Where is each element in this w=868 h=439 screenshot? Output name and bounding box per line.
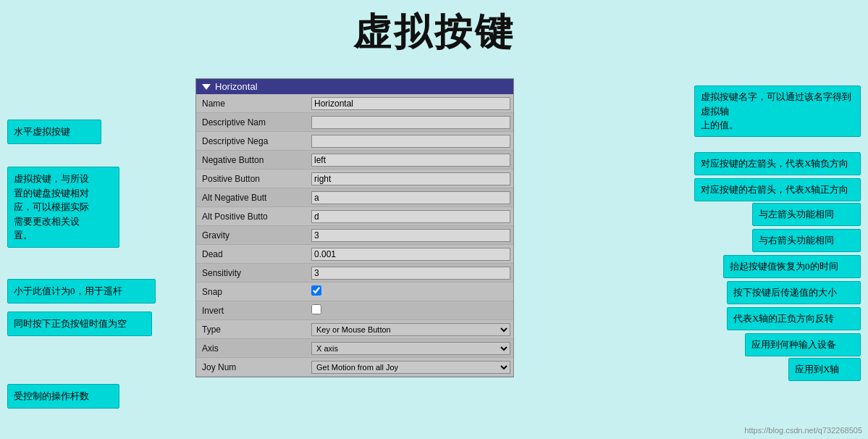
inspector-row-14: Joy NumGet Motion from all Joy xyxy=(196,358,513,377)
row-value-0[interactable] xyxy=(308,95,513,112)
ann-horizontal: 水平虚拟按键 xyxy=(7,120,101,144)
row-input-3[interactable] xyxy=(311,154,510,167)
ann-name: 虚拟按键名字，可以通过该名字得到虚拟轴 上的值。 xyxy=(694,85,861,137)
row-value-11 xyxy=(308,303,513,319)
row-value-7[interactable] xyxy=(308,227,513,243)
inspector-header: Horizontal xyxy=(196,79,513,94)
inspector-row-1: Descriptive Nam xyxy=(196,113,513,132)
row-value-5[interactable] xyxy=(308,189,513,206)
watermark: https://blog.csdn.net/q732268505 xyxy=(744,426,862,435)
inspector-rows: NameDescriptive NamDescriptive NegaNegat… xyxy=(196,94,513,377)
inspector-row-2: Descriptive Nega xyxy=(196,132,513,151)
ann-type: 应用到何种输入设备 xyxy=(745,333,861,356)
row-value-12[interactable]: Key or Mouse Button xyxy=(308,321,513,338)
inspector-panel: Horizontal NameDescriptive NamDescriptiv… xyxy=(195,78,514,377)
row-label-4: Positive Button xyxy=(196,172,308,186)
row-label-1: Descriptive Nam xyxy=(196,115,308,130)
ann-dead: 小于此值计为0，用于遥杆 xyxy=(7,279,156,304)
row-label-7: Gravity xyxy=(196,228,308,243)
row-value-9[interactable] xyxy=(308,264,513,281)
inspector-row-7: Gravity xyxy=(196,226,513,245)
row-label-0: Name xyxy=(196,96,308,111)
row-checkbox-11[interactable] xyxy=(311,304,321,314)
row-input-4[interactable] xyxy=(311,172,510,185)
inspector-row-5: Alt Negative Butt xyxy=(196,188,513,207)
row-value-3[interactable] xyxy=(308,151,513,168)
row-value-14[interactable]: Get Motion from all Joy xyxy=(308,359,513,375)
row-value-6[interactable] xyxy=(308,208,513,225)
inspector-row-11: Invert xyxy=(196,301,513,320)
inspector-row-0: Name xyxy=(196,94,513,113)
row-label-6: Alt Positive Butto xyxy=(196,209,308,224)
row-checkbox-10[interactable] xyxy=(311,285,321,296)
row-label-12: Type xyxy=(196,322,308,337)
ann-pos: 对应按键的右箭头，代表X轴正方向 xyxy=(694,178,861,201)
row-label-2: Descriptive Nega xyxy=(196,134,308,149)
inspector-row-3: Negative Button xyxy=(196,151,513,170)
row-select-12[interactable]: Key or Mouse Button xyxy=(311,323,510,336)
inspector-header-label: Horizontal xyxy=(215,81,258,92)
collapse-icon[interactable] xyxy=(202,84,211,90)
row-input-8[interactable] xyxy=(311,248,510,261)
inspector-row-8: Dead xyxy=(196,245,513,264)
row-label-8: Dead xyxy=(196,247,308,262)
row-value-1[interactable] xyxy=(308,114,513,130)
row-value-8[interactable] xyxy=(308,246,513,262)
inspector-row-13: AxisX axis xyxy=(196,339,513,358)
ann-sens: 按下按键后传递值的大小 xyxy=(727,281,861,304)
row-value-2[interactable] xyxy=(308,133,513,149)
row-label-11: Invert xyxy=(196,304,308,318)
row-input-6[interactable] xyxy=(311,210,510,223)
ann-snap: 同时按下正负按钮时值为空 xyxy=(7,312,152,336)
inspector-row-9: Sensitivity xyxy=(196,264,513,283)
row-input-9[interactable] xyxy=(311,267,510,280)
row-value-10 xyxy=(308,284,513,300)
row-label-9: Sensitivity xyxy=(196,266,308,280)
ann-virtual-key: 虚拟按键，与所设 置的键盘按键相对 应，可以根据实际 需要更改相关设 置。 xyxy=(7,167,119,248)
row-input-1[interactable] xyxy=(311,116,510,129)
ann-snap-r: 代表X轴的正负方向反转 xyxy=(727,307,861,330)
ann-gravity: 抬起按键值恢复为0的时间 xyxy=(723,255,861,278)
row-select-13[interactable]: X axis xyxy=(311,342,510,355)
ann-altneg: 与左箭头功能相同 xyxy=(752,203,861,226)
row-label-5: Alt Negative Butt xyxy=(196,191,308,205)
ann-axis: 应用到X轴 xyxy=(788,358,861,381)
row-input-5[interactable] xyxy=(311,191,510,204)
inspector-row-4: Positive Button xyxy=(196,170,513,188)
inspector-row-10: Snap xyxy=(196,283,513,301)
row-select-14[interactable]: Get Motion from all Joy xyxy=(311,361,510,374)
ann-joy: 受控制的操作杆数 xyxy=(7,384,119,409)
row-label-14: Joy Num xyxy=(196,360,308,375)
ann-neg: 对应按键的左箭头，代表X轴负方向 xyxy=(694,152,861,175)
ann-altpos: 与右箭头功能相同 xyxy=(752,229,861,252)
row-label-3: Negative Button xyxy=(196,153,308,167)
row-label-10: Snap xyxy=(196,285,308,299)
page-title: 虚拟按键 xyxy=(0,0,868,64)
inspector-row-12: TypeKey or Mouse Button xyxy=(196,320,513,339)
row-value-13[interactable]: X axis xyxy=(308,340,513,356)
row-input-2[interactable] xyxy=(311,135,510,148)
inspector-row-6: Alt Positive Butto xyxy=(196,207,513,226)
row-input-7[interactable] xyxy=(311,229,510,242)
row-value-4[interactable] xyxy=(308,170,513,187)
row-label-13: Axis xyxy=(196,341,308,356)
row-input-0[interactable] xyxy=(311,97,510,110)
